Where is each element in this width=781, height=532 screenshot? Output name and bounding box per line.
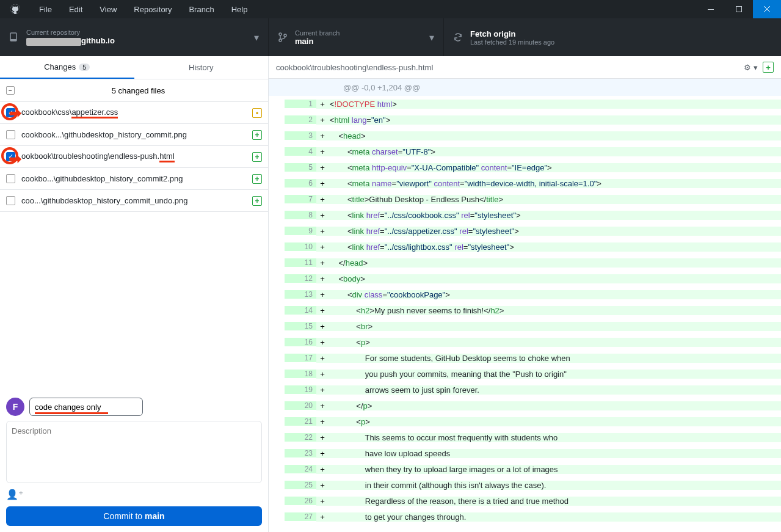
repo-label: Current repository xyxy=(26,29,254,36)
diff-line: 7+ <title>Github Desktop - Endless Push<… xyxy=(269,191,781,207)
avatar: F xyxy=(6,398,24,416)
modified-icon: • xyxy=(252,108,262,118)
window-maximize[interactable] xyxy=(725,0,753,18)
diff-line: 2+<html lang="en"> xyxy=(269,112,781,128)
diff-body[interactable]: @@ -0,0 +1,204 @@ 1+<!DOCTYPE html>2+<ht… xyxy=(269,79,781,532)
diff-line: 20+ </p> xyxy=(269,398,781,414)
file-checkbox[interactable]: ✓ xyxy=(6,152,15,161)
diff-line: 11+ </head> xyxy=(269,255,781,271)
annotation-underline xyxy=(35,412,108,414)
svg-rect-3 xyxy=(10,39,16,41)
menu-help[interactable]: Help xyxy=(223,5,256,14)
svg-rect-0 xyxy=(708,9,714,10)
add-coauthor-icon[interactable]: 👤⁺ xyxy=(6,489,262,500)
diff-line: 22+ This seems to occur most frequently … xyxy=(269,429,781,445)
diff-line: 21+ <p> xyxy=(269,414,781,429)
diff-line: 13+ <div class="cookbookPage"> xyxy=(269,286,781,302)
branch-selector[interactable]: Current branch main ▾ xyxy=(269,18,444,56)
diff-file-path: cookbook\troubleshooting\endless-push.ht… xyxy=(276,63,744,72)
fetch-time: Last fetched 19 minutes ago xyxy=(470,38,772,46)
file-row[interactable]: coo...\githubdesktop_history_commit_undo… xyxy=(0,190,268,212)
titlebar: FileEditViewRepositoryBranchHelp xyxy=(0,0,781,18)
file-name: cookbo...\githubdesktop_history_commit2.… xyxy=(21,174,252,183)
github-logo-icon xyxy=(10,4,20,14)
file-name: cookbook...\githubdesktop_history_commit… xyxy=(21,130,252,139)
file-name: cookbook\css\appetizer.css xyxy=(21,107,252,118)
chevron-down-icon: ▾ xyxy=(429,32,434,43)
diff-line: 4+ <meta charset="UTF-8"> xyxy=(269,144,781,159)
commit-button[interactable]: Commit to main xyxy=(6,506,262,526)
file-row[interactable]: ✓ookbook\troubleshooting\endless-push.ht… xyxy=(0,146,268,168)
window-minimize[interactable] xyxy=(697,0,725,18)
menu-branch[interactable]: Branch xyxy=(180,5,222,14)
diff-line: 27+ to get your changes through. xyxy=(269,509,781,525)
repo-icon xyxy=(9,32,19,42)
toolbar: Current repository github.io ▾ Current b… xyxy=(0,18,781,56)
file-checkbox[interactable] xyxy=(6,174,15,183)
commit-description-input[interactable] xyxy=(6,421,262,483)
svg-point-4 xyxy=(279,33,282,35)
sidebar: Changes5 History − 5 changed files ✓cook… xyxy=(0,56,269,532)
file-row[interactable]: cookbo...\githubdesktop_history_commit2.… xyxy=(0,168,268,190)
diff-line: 1+<!DOCTYPE html> xyxy=(269,96,781,112)
file-checkbox[interactable]: ✓ xyxy=(6,108,15,117)
diff-line: 15+ <br> xyxy=(269,318,781,334)
diff-line: 23+ have low upload speeds xyxy=(269,445,781,461)
repo-selector[interactable]: Current repository github.io ▾ xyxy=(0,18,269,56)
added-icon: + xyxy=(252,130,262,140)
window-close[interactable] xyxy=(753,0,781,18)
diff-line: 24+ when they try to upload large images… xyxy=(269,461,781,477)
diff-line: 10+ <link href="../css/lightbox.css" rel… xyxy=(269,239,781,255)
added-icon: + xyxy=(252,174,262,184)
branch-value: main xyxy=(295,37,429,46)
diff-line: 25+ in their commit (although this isn't… xyxy=(269,477,781,493)
file-checkbox[interactable] xyxy=(6,196,15,205)
file-name: coo...\githubdesktop_history_commit_undo… xyxy=(21,196,252,205)
fetch-label: Fetch origin xyxy=(470,29,772,38)
branch-label: Current branch xyxy=(295,29,429,37)
hunk-header: @@ -0,0 +1,204 @@ xyxy=(269,79,781,96)
new-file-icon: + xyxy=(763,62,774,73)
menu-edit[interactable]: Edit xyxy=(60,5,91,14)
diff-line: 19+ arrows seem to just spin forever. xyxy=(269,382,781,398)
select-all-checkbox[interactable]: − xyxy=(6,86,15,95)
files-count-label: 5 changed files xyxy=(15,86,262,95)
svg-point-6 xyxy=(284,34,286,37)
file-row[interactable]: ✓cookbook\css\appetizer.css• xyxy=(0,102,268,124)
diff-line: 5+ <meta http-equiv="X-UA-Compatible" co… xyxy=(269,159,781,175)
sync-icon xyxy=(453,32,463,42)
file-checkbox[interactable] xyxy=(6,130,15,139)
added-icon: + xyxy=(252,152,262,162)
diff-line: 18+ you push your commits, meaning that … xyxy=(269,366,781,382)
tab-history[interactable]: History xyxy=(134,56,269,79)
branch-icon xyxy=(278,32,288,42)
fetch-button[interactable]: Fetch origin Last fetched 19 minutes ago xyxy=(444,18,781,56)
commit-area: F 👤⁺ Commit to main xyxy=(0,392,268,532)
added-icon: + xyxy=(252,196,262,206)
diff-line: 26+ Regardless of the reason, there is a… xyxy=(269,493,781,509)
menu-view[interactable]: View xyxy=(91,5,125,14)
menu-file[interactable]: File xyxy=(31,5,60,14)
files-header: − 5 changed files xyxy=(0,79,268,102)
repo-value: github.io xyxy=(26,36,254,45)
gear-icon[interactable]: ⚙ ▾ xyxy=(744,63,758,72)
diff-line: 9+ <link href="../css/appetizer.css" rel… xyxy=(269,223,781,239)
changes-count-badge: 5 xyxy=(79,64,90,71)
svg-point-5 xyxy=(279,39,282,42)
file-name: ookbook\troubleshooting\endless-push.htm… xyxy=(21,151,252,162)
diff-line: 3+ <head> xyxy=(269,128,781,144)
file-row[interactable]: cookbook...\githubdesktop_history_commit… xyxy=(0,124,268,146)
chevron-down-icon: ▾ xyxy=(254,32,259,43)
svg-rect-1 xyxy=(736,7,742,12)
diff-line: 14+ <h2>My push never seems to finish!</… xyxy=(269,302,781,318)
diff-line: 17+ For some students, GitHub Desktop se… xyxy=(269,350,781,366)
tab-changes[interactable]: Changes5 xyxy=(0,56,134,79)
diff-view: cookbook\troubleshooting\endless-push.ht… xyxy=(269,56,781,532)
diff-line: 16+ <p> xyxy=(269,334,781,350)
diff-line: 8+ <link href="../css/cookbook.css" rel=… xyxy=(269,207,781,223)
diff-line: 6+ <meta name="viewport" content="width=… xyxy=(269,175,781,191)
menu-repository[interactable]: Repository xyxy=(125,5,180,14)
diff-line: 12+ <body> xyxy=(269,271,781,286)
